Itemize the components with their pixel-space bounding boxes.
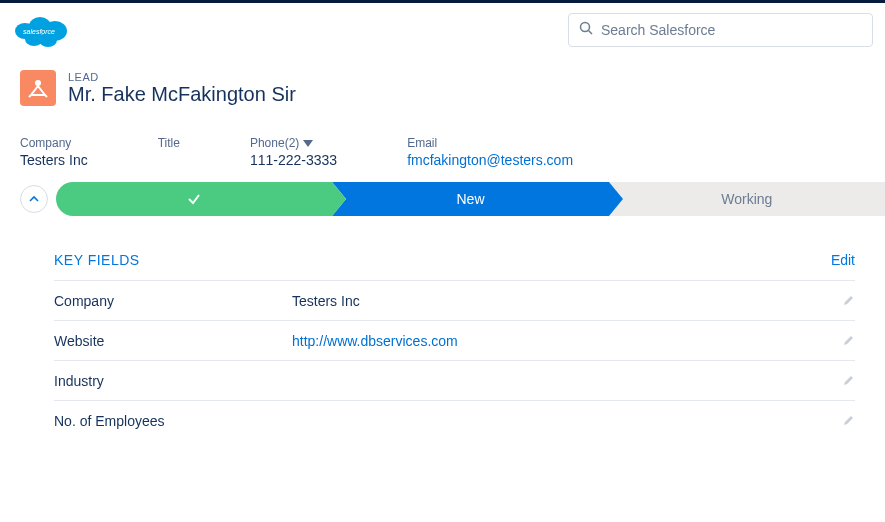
kf-row-employees: No. of Employees xyxy=(54,400,855,440)
kf-label-company: Company xyxy=(54,293,292,309)
key-fields-section: KEY FIELDS Edit Company Testers Inc Webs… xyxy=(0,216,885,460)
path-stage-next-label: Working xyxy=(721,191,772,207)
path-stage-current[interactable]: New xyxy=(332,182,608,216)
chevron-up-icon xyxy=(28,193,40,205)
highlight-company-label: Company xyxy=(20,136,88,150)
record-header: LEAD Mr. Fake McFakington Sir xyxy=(0,56,885,118)
search-input[interactable] xyxy=(601,22,862,38)
global-search[interactable] xyxy=(568,13,873,47)
chevron-down-icon xyxy=(303,140,313,147)
pencil-icon[interactable] xyxy=(843,292,855,310)
object-label: LEAD xyxy=(68,71,296,83)
highlight-title: Title xyxy=(158,136,180,168)
kf-value-company: Testers Inc xyxy=(292,293,843,309)
highlight-phone: Phone(2) 111-222-3333 xyxy=(250,136,337,168)
kf-label-industry: Industry xyxy=(54,373,292,389)
kf-value-website[interactable]: http://www.dbservices.com xyxy=(292,333,843,349)
highlight-phone-value[interactable]: 111-222-3333 xyxy=(250,152,337,168)
key-fields-title: KEY FIELDS xyxy=(54,252,140,268)
svg-point-4 xyxy=(39,33,57,47)
record-name: Mr. Fake McFakington Sir xyxy=(68,83,296,106)
highlights-panel: Company Testers Inc Title Phone(2) 111-2… xyxy=(0,118,885,182)
highlight-email-value[interactable]: fmcfakington@testers.com xyxy=(407,152,573,168)
global-header: salesforce xyxy=(0,0,885,56)
highlight-phone-label[interactable]: Phone(2) xyxy=(250,136,337,150)
svg-line-7 xyxy=(589,30,593,34)
svg-line-10 xyxy=(45,95,47,97)
pencil-icon[interactable] xyxy=(843,332,855,350)
pencil-icon[interactable] xyxy=(843,412,855,430)
kf-row-website: Website http://www.dbservices.com xyxy=(54,320,855,360)
key-fields-edit-button[interactable]: Edit xyxy=(831,252,855,268)
path-stage-current-label: New xyxy=(456,191,484,207)
highlight-title-label: Title xyxy=(158,136,180,150)
highlight-email-label: Email xyxy=(407,136,573,150)
path-collapse-button[interactable] xyxy=(20,185,48,213)
svg-point-6 xyxy=(581,22,590,31)
path-stage-next[interactable]: Working xyxy=(609,182,885,216)
check-icon xyxy=(186,191,202,207)
pencil-icon[interactable] xyxy=(843,372,855,390)
highlight-company: Company Testers Inc xyxy=(20,136,88,168)
svg-line-9 xyxy=(29,95,31,97)
path-stage-complete[interactable] xyxy=(56,182,332,216)
kf-row-company: Company Testers Inc xyxy=(54,280,855,320)
highlight-company-value: Testers Inc xyxy=(20,152,88,168)
search-icon xyxy=(579,21,593,39)
kf-label-website: Website xyxy=(54,333,292,349)
highlight-email: Email fmcfakington@testers.com xyxy=(407,136,573,168)
kf-row-industry: Industry xyxy=(54,360,855,400)
salesforce-logo[interactable]: salesforce xyxy=(12,9,72,51)
kf-label-employees: No. of Employees xyxy=(54,413,292,429)
svg-text:salesforce: salesforce xyxy=(23,28,55,35)
lead-icon xyxy=(20,70,56,106)
path: New Working xyxy=(0,182,885,216)
